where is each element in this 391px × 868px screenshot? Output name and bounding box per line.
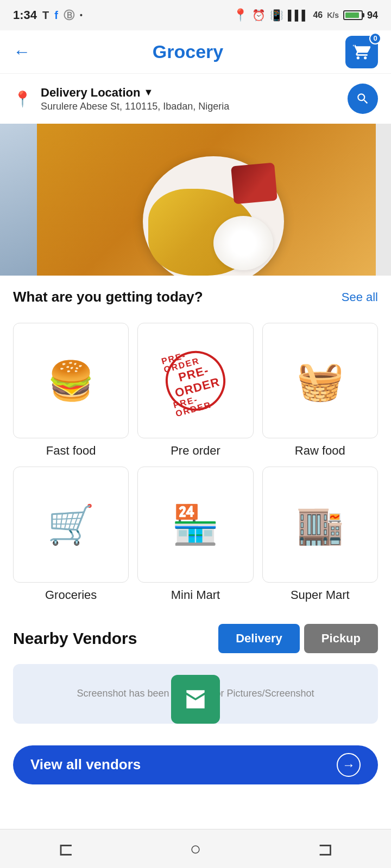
vibrate-icon: 📳 <box>270 9 283 22</box>
category-pre-order-box[interactable]: PRE-ORDER PRE-ORDER PRE-ORDER <box>137 323 253 438</box>
header: ← Grocery 0 <box>0 30 391 74</box>
category-mini-mart[interactable]: 🏪 Mini Mart <box>137 467 253 602</box>
banner-right <box>376 124 391 276</box>
search-icon <box>356 92 370 106</box>
view-all-label: View all vendors <box>30 756 141 773</box>
category-groceries[interactable]: 🛒 Groceries <box>13 467 129 602</box>
category-super-mart-box[interactable]: 🏬 <box>262 467 378 582</box>
alarm-icon: ⏰ <box>252 9 266 22</box>
status-b-icon: Ⓑ <box>64 8 74 23</box>
super-mart-icon: 🏬 <box>297 502 344 547</box>
status-t-icon: T <box>42 9 49 22</box>
category-raw-food-label: Raw food <box>295 444 345 458</box>
cart-icon <box>353 43 370 61</box>
category-pre-order[interactable]: PRE-ORDER PRE-ORDER PRE-ORDER Pre order <box>137 323 253 458</box>
category-groceries-label: Groceries <box>45 588 97 602</box>
vendor-card-placeholder: Screenshot has been removed for Pictures… <box>13 664 378 724</box>
vendor-teal-icon <box>171 675 220 724</box>
what-section-header: What are you getting today? See all <box>0 276 391 323</box>
category-groceries-box[interactable]: 🛒 <box>13 467 129 582</box>
cart-button[interactable]: 0 <box>345 36 378 68</box>
banner-main[interactable] <box>37 124 376 276</box>
status-left: 1:34 T f Ⓑ • <box>13 8 83 23</box>
pre-order-stamp: PRE-ORDER PRE-ORDER PRE-ORDER <box>159 344 232 417</box>
back-button[interactable]: ← <box>13 42 30 62</box>
delivery-label[interactable]: Delivery Location ▼ <box>41 86 339 100</box>
mini-mart-icon: 🏪 <box>172 502 219 547</box>
status-time: 1:34 <box>13 8 37 22</box>
network-4g-icon: 46 <box>313 10 323 20</box>
category-raw-food[interactable]: 🧺 Raw food <box>262 323 378 458</box>
section-title: What are you getting today? <box>13 289 203 305</box>
food-white <box>213 216 273 270</box>
pickup-tab[interactable]: Pickup <box>304 624 378 653</box>
delivery-bar: 📍 Delivery Location ▼ Surulere Abese St,… <box>0 74 391 124</box>
category-grid: 🍔 Fast food PRE-ORDER PRE-ORDER PRE-ORDE… <box>0 323 391 613</box>
status-fb-icon: f <box>54 9 58 22</box>
category-pre-order-label: Pre order <box>171 444 220 458</box>
banner-carousel <box>0 124 391 276</box>
category-super-mart-label: Super Mart <box>291 588 350 602</box>
cart-badge: 0 <box>369 33 381 44</box>
delivery-tab[interactable]: Delivery <box>218 624 300 653</box>
battery-icon <box>343 10 363 20</box>
category-fast-food[interactable]: 🍔 Fast food <box>13 323 129 458</box>
view-all-vendors-button[interactable]: View all vendors → <box>13 745 378 784</box>
fast-food-icon: 🍔 <box>47 359 94 403</box>
banner-left <box>0 124 37 276</box>
status-bar: 1:34 T f Ⓑ • 📍 ⏰ 📳 ▌▌▌ 46 K/s 94 <box>0 0 391 30</box>
plate-visual <box>143 156 284 276</box>
category-mini-mart-label: Mini Mart <box>171 588 220 602</box>
view-all-arrow-icon: → <box>337 753 361 777</box>
groceries-icon: 🛒 <box>47 502 94 547</box>
status-dot: • <box>80 11 83 20</box>
page-title: Grocery <box>153 41 223 62</box>
see-all-button[interactable]: See all <box>342 290 378 304</box>
vendor-store-icon <box>182 686 209 713</box>
tab-group: Delivery Pickup <box>218 624 378 653</box>
ks-label: K/s <box>327 11 339 20</box>
status-right: 📍 ⏰ 📳 ▌▌▌ 46 K/s 94 <box>233 8 378 22</box>
bottom-nav: ⊏ ○ ⊐ <box>0 829 391 868</box>
nav-back-icon[interactable]: ⊏ <box>58 838 73 860</box>
nearby-vendors-title: Nearby Vendors <box>13 629 137 648</box>
nav-recent-icon[interactable]: ⊐ <box>318 838 333 860</box>
category-mini-mart-box[interactable]: 🏪 <box>137 467 253 582</box>
search-button[interactable] <box>348 84 378 114</box>
delivery-address: Surulere Abese St, 110115, Ibadan, Niger… <box>41 101 339 112</box>
food-red <box>231 163 278 205</box>
chevron-down-icon: ▼ <box>143 87 153 98</box>
location-icon: 📍 <box>233 8 248 22</box>
raw-food-icon: 🧺 <box>297 359 344 403</box>
category-super-mart[interactable]: 🏬 Super Mart <box>262 467 378 602</box>
battery-percent: 94 <box>367 10 378 21</box>
category-fast-food-box[interactable]: 🍔 <box>13 323 129 438</box>
nav-home-icon[interactable]: ○ <box>190 838 201 859</box>
delivery-info: Delivery Location ▼ Surulere Abese St, 1… <box>41 86 339 112</box>
nearby-vendors-section: Nearby Vendors Delivery Pickup Screensho… <box>0 613 391 737</box>
category-raw-food-box[interactable]: 🧺 <box>262 323 378 438</box>
pin-icon: 📍 <box>13 90 32 108</box>
category-fast-food-label: Fast food <box>46 444 96 458</box>
signal-icon: ▌▌▌ <box>288 10 308 21</box>
